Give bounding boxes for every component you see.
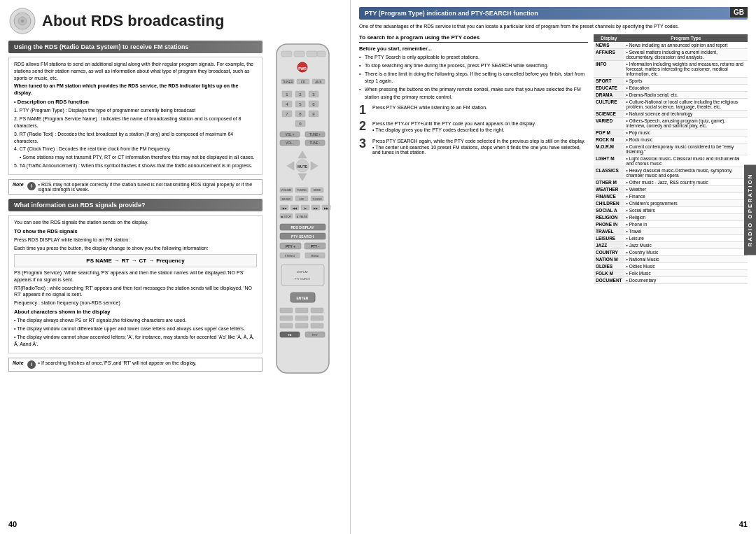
flow-item-1: RT: [122, 257, 130, 265]
svg-rect-95: [295, 308, 308, 313]
table-cell-display: JAZZ: [594, 241, 624, 248]
table-row: ROCK M• Rock music: [594, 136, 748, 143]
svg-text:|◀◀: |◀◀: [282, 207, 288, 210]
table-cell-program-type: • Pop music: [624, 129, 748, 136]
pty-columns: To search for a program using the PTY co…: [359, 34, 748, 284]
table-row: DOCUMENT• Documentary: [594, 276, 748, 283]
step-3-sub: • The center unit searches 10 preset FM …: [372, 145, 588, 155]
note2-box: Note i • If searching finishes at once,'…: [8, 358, 262, 372]
svg-text:VOL +: VOL +: [286, 133, 295, 136]
flow-item-2: CT: [139, 257, 146, 265]
table-cell-display: DRAMA: [594, 91, 624, 98]
table-cell-program-type: • Social affairs: [624, 206, 748, 213]
svg-text:AUX: AUX: [315, 80, 321, 84]
svg-rect-89: [281, 265, 324, 286]
step-2-sub: • The display gives you the PTY codes de…: [372, 127, 588, 132]
svg-text:PWR: PWR: [298, 66, 307, 71]
svg-text:LED: LED: [300, 198, 304, 201]
search-header: To search for a program using the PTY co…: [359, 34, 588, 43]
item-5: 5. TA (Traffic Announcement) : When this…: [14, 162, 257, 169]
table-cell-display: CULTURE: [594, 98, 624, 110]
table-cell-display: ROCK M: [594, 136, 624, 143]
table-row: AFFAIRS• Several matters including a cur…: [594, 48, 748, 60]
table-cell-display: CLASSICS: [594, 167, 624, 178]
svg-text:DISPLAY: DISPLAY: [297, 270, 309, 274]
table-cell-display: SCIENCE: [594, 110, 624, 117]
table-row: INFO• Information including weights and …: [594, 60, 748, 77]
page-num-right: 41: [739, 520, 748, 528]
table-cell-program-type: • Leisure: [624, 234, 748, 241]
svg-text:MONO: MONO: [312, 255, 319, 258]
table-row: NATION M• National Music: [594, 255, 748, 262]
svg-text:TUNING: TUNING: [297, 189, 307, 192]
arrow-1: →: [114, 257, 120, 265]
table-row: RELIGION• Religion: [594, 213, 748, 220]
note-icon-2: i: [27, 360, 36, 369]
svg-text:MUTE: MUTE: [298, 164, 308, 169]
table-cell-display: FINANCE: [594, 192, 624, 199]
freq-desc: Frequency : station frequency (non-RDS s…: [14, 300, 257, 307]
table-cell-display: OTHER M: [594, 178, 624, 185]
table-cell-program-type: • Sports: [624, 77, 748, 84]
intro-text: RDS allows FM stations to send an additi…: [14, 61, 257, 81]
item-2: 2. PS NAME (Program Service Name) : Indi…: [14, 115, 257, 129]
table-col2-header: Program Type: [624, 34, 748, 42]
table-row: PHONE IN• Phone in: [594, 220, 748, 227]
char-item-1: • The display window cannot differentiat…: [14, 325, 257, 332]
table-row: CULTURE• Culture-National or local cultu…: [594, 98, 748, 110]
svg-text:TA: TA: [288, 333, 291, 337]
table-row: SOCIAL A• Social affairs: [594, 206, 748, 213]
svg-text:▶▶: ▶▶: [314, 207, 318, 210]
step-3-number: 3: [359, 137, 369, 156]
table-row: NEWS• News including an announced opinio…: [594, 42, 748, 49]
table-row: LEISURE• Leisure: [594, 234, 748, 241]
table-row: COUNTRY• Country Music: [594, 248, 748, 255]
table-cell-display: CHILDREN: [594, 199, 624, 206]
section2-header: What information can RDS signals provide…: [8, 199, 262, 211]
table-cell-program-type: • Religion: [624, 213, 748, 220]
arrow-3: →: [148, 257, 154, 265]
rt-desc: RT(RadioText) : while searching 'RT' app…: [14, 285, 257, 299]
table-row: FINANCE• Finance: [594, 192, 748, 199]
table-cell-display: TRAVEL: [594, 227, 624, 234]
table-cell-program-type: • Natural science and technology: [624, 110, 748, 117]
svg-text:VOL -: VOL -: [286, 141, 294, 145]
desc-title: • Description on RDS function: [14, 99, 257, 106]
step-1-number: 1: [359, 104, 369, 116]
table-cell-program-type: • Children's programmers: [624, 199, 748, 206]
table-cell-display: SOCIAL A: [594, 206, 624, 213]
pty-section-header: PTY (Program Type) indication and PTY-SE…: [359, 7, 748, 20]
before-header: Before you start, remember...: [359, 45, 588, 52]
svg-text:MUSIC: MUSIC: [282, 197, 291, 201]
table-row: WEATHER• Weather: [594, 185, 748, 192]
table-cell-program-type: • Several matters including a current in…: [624, 48, 748, 60]
svg-text:RDS DISPLAY: RDS DISPLAY: [290, 225, 314, 230]
svg-text:TUNING: TUNING: [312, 198, 322, 201]
table-cell-program-type: • Information including weights and meas…: [624, 60, 748, 77]
bullet-0: The PTY Search is only applicable to pre…: [359, 54, 588, 61]
table-cell-display: COUNTRY: [594, 248, 624, 255]
rds-indicator: When tuned to an FM station which provid…: [14, 83, 257, 97]
svg-text:PTY +: PTY +: [286, 244, 295, 248]
table-row: SPORT• Sports: [594, 77, 748, 84]
svg-rect-96: [311, 308, 323, 313]
table-cell-display: NEWS: [594, 42, 624, 49]
table-cell-display: LEISURE: [594, 234, 624, 241]
table-cell-program-type: • National Music: [624, 255, 748, 262]
table-cell-program-type: • Drama-Radio serial, etc.: [624, 91, 748, 98]
svg-point-3: [21, 20, 24, 22]
ps-desc: PS (Program Service) :While searching,'P…: [14, 269, 257, 283]
char-title: About characters shown in the display: [14, 309, 257, 316]
gb-badge: GB: [730, 7, 748, 17]
table-cell-program-type: • Education: [624, 84, 748, 91]
see-display: You can see the RDS signals the station …: [14, 219, 257, 226]
table-cell-program-type: • Current contemporary music considered …: [624, 143, 748, 155]
table-row: M.O.R.M• Current contemporary music cons…: [594, 143, 748, 155]
table-cell-program-type: • Other music - Jazz, R&S country music: [624, 178, 748, 185]
table-cell-display: M.O.R.M: [594, 143, 624, 155]
flow-item-3: Frequency: [156, 257, 184, 265]
page-title: About RDS broadcasting: [42, 12, 224, 30]
svg-rect-94: [280, 308, 293, 313]
step-2-text: Press the PTY-or PTY+until the PTY code …: [372, 121, 588, 126]
flow-item-0: PS NAME: [86, 257, 111, 265]
